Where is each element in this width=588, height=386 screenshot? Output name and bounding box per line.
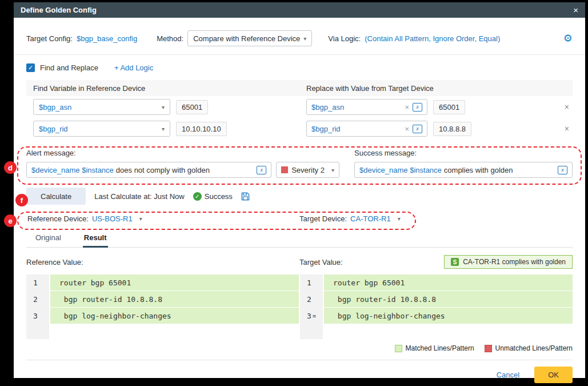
insert-variable-icon[interactable]: x xyxy=(257,166,266,174)
target-device-label: Target Device: xyxy=(299,214,347,223)
line-number: 2 xyxy=(26,291,50,308)
dialog-body: Target Config: $bgp_base_config Method: … xyxy=(14,18,585,383)
find-replace-row: ✓ Find and Replace + Add Logic xyxy=(26,55,573,80)
alert-message-line: $device_name $instance does not comply w… xyxy=(26,162,339,178)
table-row: $bgp_rid ▾ 10.10.10.10 $bgp_rid × x 10.8… xyxy=(26,118,573,140)
compliance-badge-text: CA-TOR-R1 complies with golden xyxy=(463,258,566,266)
target-device-select[interactable]: CA-TOR-R1 xyxy=(350,214,391,223)
dialog-footer: Cancel OK xyxy=(26,360,573,383)
legend-matched: Matched Lines/Pattern xyxy=(395,344,474,352)
line-number: 3 ≡ xyxy=(300,308,324,324)
success-message-variables: $device_name $instance xyxy=(359,166,442,174)
col-find-header: Find Variable in Reference Device xyxy=(26,84,299,93)
replace-cell: $bgp_rid × x 10.8.8.8 × xyxy=(299,121,573,137)
legend-matched-label: Matched Lines/Pattern xyxy=(406,344,474,352)
legend-unmatched: Unmatched Lines/Pattern xyxy=(485,344,573,352)
target-pane: 1 router bgp 65001 2 bgp router-id 10.8.… xyxy=(299,274,573,339)
code-text: bgp log-neighbor-changes xyxy=(50,308,299,324)
find-replace-checkbox[interactable]: ✓ xyxy=(26,63,35,72)
severity-select[interactable]: Severity 2 ▾ xyxy=(276,162,339,178)
gear-icon[interactable]: ⚙ xyxy=(563,32,573,45)
calculate-button[interactable]: Calculate xyxy=(26,188,86,205)
insert-variable-icon[interactable]: x xyxy=(413,125,422,133)
alert-message-variables: $device_name $instance xyxy=(31,166,114,174)
replace-variable-input[interactable]: $bgp_rid × x xyxy=(306,121,427,137)
status-text: Success xyxy=(205,192,233,201)
success-message-label: Success message: xyxy=(354,149,573,157)
target-config-link[interactable]: $bgp_base_config xyxy=(77,34,137,43)
find-variable-select[interactable]: $bgp_asn ▾ xyxy=(33,99,170,115)
cancel-button[interactable]: Cancel xyxy=(497,371,519,379)
code-text xyxy=(324,324,573,339)
device-row: Reference Device: US-BOS-R1 ▾ Target Dev… xyxy=(26,214,573,223)
page: Define Golden Config × Target Config: $b… xyxy=(0,0,588,386)
code-text: router bgp 65001 xyxy=(324,274,573,291)
find-value-box: 65001 xyxy=(176,100,208,114)
replace-cell: $bgp_asn × x 65001 × xyxy=(299,99,573,115)
find-cell: $bgp_rid ▾ 10.10.10.10 xyxy=(26,121,299,137)
success-message-input[interactable]: $device_name $instance complies with gol… xyxy=(354,162,573,178)
find-value-box: 10.10.10.10 xyxy=(176,122,227,136)
target-device-group: Target Device: CA-TOR-R1 ▾ xyxy=(299,214,401,223)
clear-icon[interactable]: × xyxy=(405,103,409,112)
messages-section: Alert message: $device_name $instance do… xyxy=(26,149,573,178)
remove-row-icon[interactable]: × xyxy=(565,124,569,133)
code-line: 3 bgp log-neighbor-changes xyxy=(26,308,299,324)
chevron-down-icon: ▾ xyxy=(139,216,142,222)
save-icon[interactable] xyxy=(241,192,250,201)
line-menu-icon[interactable]: ≡ xyxy=(313,313,316,319)
col-replace-header: Replace with Value from Target Device xyxy=(299,84,573,93)
code-text: bgp router-id 10.8.8.8 xyxy=(324,291,573,308)
reference-device-select[interactable]: US-BOS-R1 xyxy=(92,214,133,223)
ok-button[interactable]: OK xyxy=(534,367,573,383)
remove-row-icon[interactable]: × xyxy=(565,102,569,112)
code-line: 2 bgp router-id 10.8.8.8 xyxy=(300,291,573,308)
matched-color-icon xyxy=(395,345,402,352)
reference-device-group: Reference Device: US-BOS-R1 ▾ xyxy=(26,214,299,223)
code-line: 1 router bgp 65001 xyxy=(26,274,299,291)
code-text xyxy=(50,324,299,339)
replace-variable-input[interactable]: $bgp_asn × x xyxy=(306,99,427,115)
success-check-icon: ✓ xyxy=(193,192,202,201)
alert-message-input[interactable]: $device_name $instance does not comply w… xyxy=(26,162,271,178)
code-line xyxy=(300,324,573,339)
clear-icon[interactable]: × xyxy=(405,125,409,133)
replace-value-box: 65001 xyxy=(433,100,465,114)
method-select[interactable]: Compare with Reference Device ▾ xyxy=(187,30,312,46)
chevron-down-icon: ▾ xyxy=(398,216,401,222)
line-number: 3 xyxy=(26,308,50,324)
line-number xyxy=(300,324,324,339)
code-line: 3 ≡ bgp log-neighbor-changes xyxy=(300,308,573,324)
code-text: bgp log-neighbor-changes xyxy=(324,308,573,324)
target-value-label: Target Value: xyxy=(299,258,343,266)
code-line xyxy=(26,324,299,339)
severity-value: Severity 2 xyxy=(291,166,325,174)
config-row: Target Config: $bgp_base_config Method: … xyxy=(26,26,573,51)
annotation-circle-f: f xyxy=(15,194,28,206)
legend: Matched Lines/Pattern Unmatched Lines/Pa… xyxy=(26,344,573,352)
last-calculate-label: Last Calculate at: Just Now xyxy=(94,192,185,201)
diff-view: 1 router bgp 65001 2 bgp router-id 10.8.… xyxy=(26,274,573,339)
insert-variable-icon[interactable]: x xyxy=(413,103,422,112)
via-logic-label: Via Logic: xyxy=(328,34,361,43)
close-icon[interactable]: × xyxy=(573,6,578,14)
alert-message-text: does not comply with golden xyxy=(116,166,210,174)
tab-result[interactable]: Result xyxy=(83,230,108,248)
alert-message-label: Alert message: xyxy=(26,149,339,157)
unmatched-color-icon xyxy=(485,345,492,352)
find-variable-select[interactable]: $bgp_rid ▾ xyxy=(33,121,170,137)
tab-original[interactable]: Original xyxy=(34,230,62,247)
insert-variable-icon[interactable]: x xyxy=(558,166,567,174)
reference-value-label: Reference Value: xyxy=(26,258,299,266)
target-config-label: Target Config: xyxy=(26,34,73,43)
replace-variable-value: $bgp_asn xyxy=(311,103,344,112)
compliance-badge: S CA-TOR-R1 complies with golden xyxy=(444,255,573,269)
success-message-text: complies with golden xyxy=(444,166,513,174)
define-golden-config-dialog: Define Golden Config × Target Config: $b… xyxy=(14,2,585,378)
chevron-down-icon: ▾ xyxy=(162,126,165,132)
line-number xyxy=(26,324,50,339)
legend-unmatched-label: Unmatched Lines/Pattern xyxy=(495,344,573,352)
add-logic-link[interactable]: + Add Logic xyxy=(114,63,153,72)
via-logic-link[interactable]: (Contain All Pattern, Ignore Order, Equa… xyxy=(365,34,500,43)
alert-message-column: Alert message: $device_name $instance do… xyxy=(26,149,339,178)
